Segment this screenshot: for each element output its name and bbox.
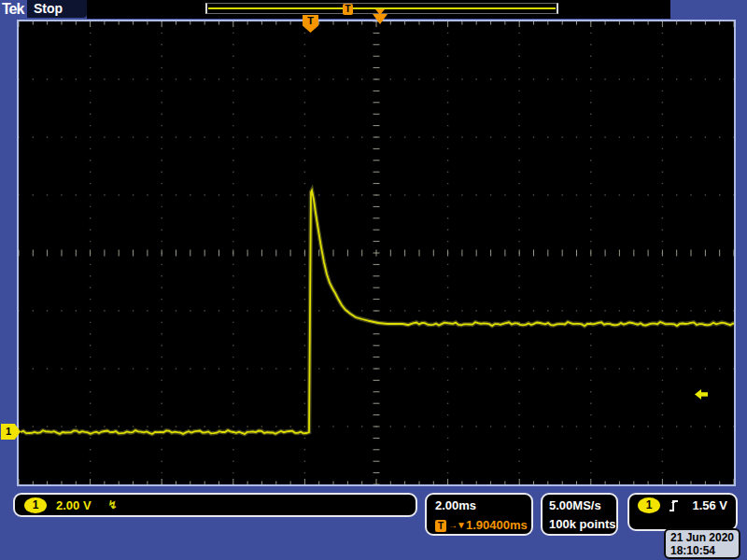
expansion-point-triangle-icon bbox=[373, 14, 388, 24]
trigger-position-flag-label: T bbox=[307, 15, 314, 26]
channel1-badge: 1 bbox=[24, 497, 47, 513]
record-view-bar: T bbox=[205, 3, 558, 14]
channel1-coupling-icon: ↯ bbox=[108, 498, 118, 511]
channel1-scale: 2.00 V bbox=[56, 498, 92, 512]
acquisition-status: Stop bbox=[27, 0, 87, 18]
time-text: 18:10:54 bbox=[670, 544, 739, 557]
horizontal-scale: 2.00ms bbox=[435, 497, 531, 515]
record-trigger-t-icon: T bbox=[343, 4, 353, 15]
horizontal-readout: 2.00ms T →▼ 1.90400ms bbox=[425, 493, 533, 536]
trigger-level: 1.56 V bbox=[692, 498, 727, 512]
trigger-readout: 1 1.56 V bbox=[627, 493, 738, 531]
date-text: 21 Jun 2020 bbox=[670, 531, 739, 544]
acquisition-readout: 5.00MS/s 100k points bbox=[541, 493, 618, 536]
datetime-box: 21 Jun 2020 18:10:54 bbox=[664, 528, 740, 559]
sample-rate: 5.00MS/s bbox=[549, 497, 616, 515]
screen-bezel bbox=[17, 20, 736, 486]
channel1-readout: 1 2.00 V ↯ bbox=[13, 493, 417, 517]
trigger-source-badge: 1 bbox=[638, 497, 660, 513]
rising-edge-slope-icon bbox=[669, 498, 680, 512]
graticule-and-waveform bbox=[19, 21, 734, 484]
delay-trigger-t-icon: T bbox=[435, 520, 446, 532]
tek-logo: Tek bbox=[2, 1, 23, 18]
oscilloscope-display: Tek Stop T T 1 1 2.00 V ↯ 2.00ms T →▼ 1.… bbox=[0, 0, 747, 560]
delay-readout: T →▼ 1.90400ms bbox=[435, 516, 531, 535]
record-length: 100k points bbox=[549, 515, 616, 534]
channel1-ground-marker-label: 1 bbox=[6, 426, 11, 437]
delay-value: 1.90400ms bbox=[466, 516, 528, 535]
delay-arrow-icons: →▼ bbox=[448, 516, 465, 535]
